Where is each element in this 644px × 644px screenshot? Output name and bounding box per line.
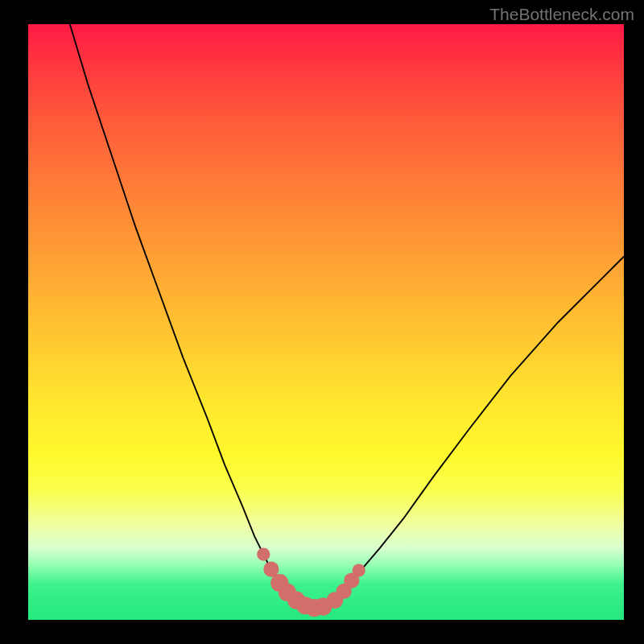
- chart-svg: [28, 24, 624, 620]
- right-curve: [326, 257, 624, 605]
- chart-plot-area: [28, 24, 624, 620]
- marker-dot: [257, 547, 270, 560]
- highlight-markers: [257, 547, 365, 617]
- marker-dot: [353, 564, 365, 576]
- watermark-text: TheBottleneck.com: [489, 5, 634, 24]
- left-curve: [70, 24, 303, 605]
